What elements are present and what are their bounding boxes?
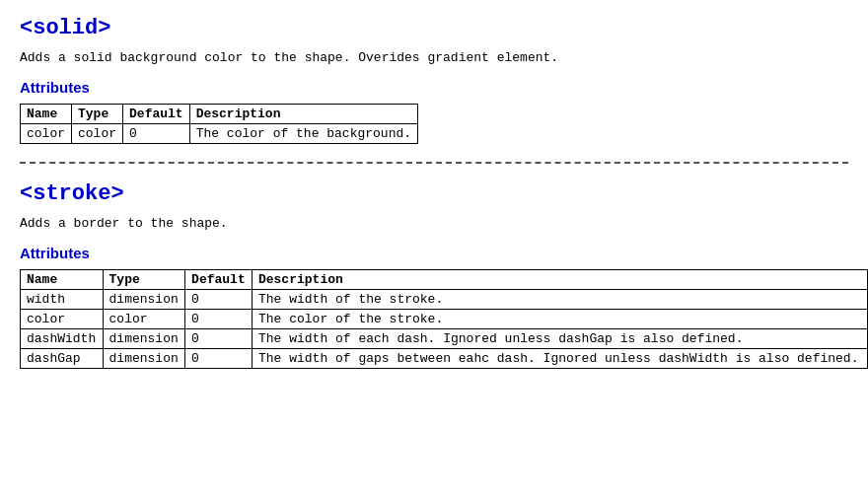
solid-col-type: Type <box>72 105 123 124</box>
solid-title: <solid> <box>20 16 848 40</box>
table-cell: The width of the stroke. <box>252 290 867 310</box>
solid-description: Adds a solid background color to the sha… <box>20 50 848 65</box>
table-cell: dimension <box>103 349 185 369</box>
section-divider <box>20 162 848 164</box>
stroke-col-type: Type <box>103 270 185 290</box>
stroke-title: <stroke> <box>20 181 848 206</box>
table-row: widthdimension0The width of the stroke. <box>21 290 868 310</box>
stroke-attributes-table: Name Type Default Description widthdimen… <box>20 269 868 369</box>
stroke-section: <stroke> Adds a border to the shape. Att… <box>20 181 848 369</box>
solid-attributes-heading: Attributes <box>20 79 848 96</box>
table-cell: dashWidth <box>21 329 104 349</box>
table-cell: color <box>103 310 185 329</box>
solid-col-name: Name <box>21 105 72 124</box>
solid-col-default: Default <box>123 105 190 124</box>
table-cell: dimension <box>103 290 185 310</box>
table-cell: 0 <box>185 290 253 310</box>
table-cell: The color of the stroke. <box>252 310 867 329</box>
stroke-description: Adds a border to the shape. <box>20 216 848 231</box>
stroke-col-default: Default <box>185 270 253 290</box>
stroke-attributes-heading: Attributes <box>20 245 848 261</box>
table-cell: 0 <box>185 329 253 349</box>
table-cell: 0 <box>185 349 253 369</box>
solid-section: <solid> Adds a solid background color to… <box>20 16 848 144</box>
table-cell: color <box>21 310 104 329</box>
table-cell: color <box>21 124 72 144</box>
table-cell: The width of gaps between eahc dash. Ign… <box>252 349 867 369</box>
table-row: dashGapdimension0The width of gaps betwe… <box>21 349 868 369</box>
table-cell: color <box>72 124 123 144</box>
table-row: dashWidthdimension0The width of each das… <box>21 329 868 349</box>
table-cell: dimension <box>103 329 185 349</box>
solid-col-description: Description <box>189 105 417 124</box>
stroke-col-name: Name <box>21 270 104 290</box>
table-cell: width <box>21 290 104 310</box>
stroke-col-description: Description <box>252 270 867 290</box>
table-row: colorcolor0The color of the background. <box>21 124 418 144</box>
solid-attributes-table: Name Type Default Description colorcolor… <box>20 104 418 144</box>
table-cell: The width of each dash. Ignored unless d… <box>252 329 867 349</box>
table-cell: 0 <box>185 310 253 329</box>
table-cell: dashGap <box>21 349 104 369</box>
table-cell: The color of the background. <box>189 124 417 144</box>
table-row: colorcolor0The color of the stroke. <box>21 310 868 329</box>
table-cell: 0 <box>123 124 190 144</box>
